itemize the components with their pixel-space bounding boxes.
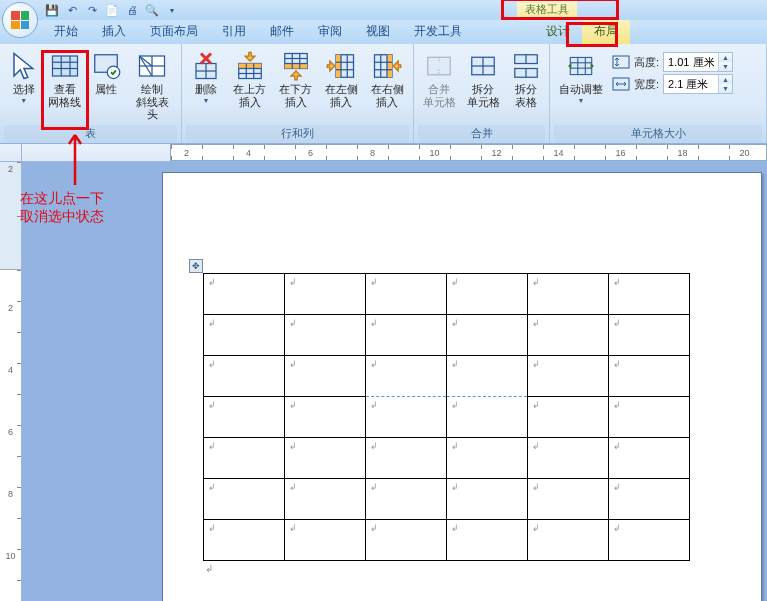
insert-right-button[interactable]: 在右侧 插入 — [365, 48, 409, 111]
draw-diagonal-button[interactable]: 绘制 斜线表头 — [128, 48, 177, 124]
table-cell[interactable] — [204, 520, 285, 561]
table-cell[interactable] — [528, 356, 609, 397]
table-cell[interactable] — [366, 274, 447, 315]
table-cell[interactable] — [204, 438, 285, 479]
spinner-down-icon[interactable]: ▼ — [719, 62, 732, 71]
table-cell[interactable] — [609, 315, 690, 356]
qat-dropdown-icon[interactable]: ▾ — [163, 1, 181, 19]
group-cell-size: 自动调整 ▼ 高度: ▲▼ 宽度: ▲▼ — [550, 44, 767, 143]
autofit-icon — [566, 51, 596, 81]
table-cell[interactable] — [528, 315, 609, 356]
table-cell[interactable] — [366, 438, 447, 479]
table-cell[interactable] — [285, 397, 366, 438]
table-cell[interactable] — [285, 274, 366, 315]
spinner-up-icon[interactable]: ▲ — [719, 53, 732, 62]
table-cell[interactable] — [528, 397, 609, 438]
table-cell[interactable] — [447, 520, 528, 561]
table-cell[interactable] — [366, 356, 447, 397]
table-cell[interactable] — [285, 356, 366, 397]
table-cell[interactable] — [609, 438, 690, 479]
tab-start[interactable]: 开始 — [42, 20, 90, 44]
table-cell[interactable] — [447, 479, 528, 520]
table-cell[interactable] — [528, 520, 609, 561]
width-spinner[interactable]: ▲▼ — [663, 74, 733, 94]
delete-button[interactable]: 删除 ▼ — [186, 48, 226, 107]
table-cell[interactable] — [447, 438, 528, 479]
select-button[interactable]: 选择 ▼ — [4, 48, 43, 107]
tab-design[interactable]: 设计 — [534, 20, 582, 44]
table-cell[interactable] — [366, 315, 447, 356]
table-cell[interactable] — [204, 315, 285, 356]
split-table-button[interactable]: 拆分 表格 — [507, 48, 545, 111]
print-icon[interactable]: 🖨 — [123, 1, 141, 19]
office-button[interactable] — [0, 0, 40, 40]
insert-left-button[interactable]: 在左侧 插入 — [319, 48, 363, 111]
table-row — [204, 520, 690, 561]
table-cell[interactable] — [528, 438, 609, 479]
tab-developer[interactable]: 开发工具 — [402, 20, 474, 44]
tab-references[interactable]: 引用 — [210, 20, 258, 44]
table-cell[interactable] — [609, 397, 690, 438]
table-cell[interactable] — [447, 315, 528, 356]
page[interactable]: ✥ ↲ — [162, 172, 762, 601]
table-cell[interactable] — [447, 356, 528, 397]
table-cell[interactable] — [528, 479, 609, 520]
table-move-handle[interactable]: ✥ — [189, 259, 203, 273]
tab-insert[interactable]: 插入 — [90, 20, 138, 44]
height-spinner[interactable]: ▲▼ — [663, 52, 733, 72]
spinner-down-icon[interactable]: ▼ — [719, 84, 732, 93]
table-cell[interactable] — [204, 479, 285, 520]
table-cell[interactable] — [366, 520, 447, 561]
chevron-down-icon: ▼ — [202, 97, 209, 104]
table-cell[interactable] — [204, 397, 285, 438]
ribbon: 选择 ▼ 查看 网格线 属性 绘制 斜线表头 表 删除 ▼ — [0, 44, 767, 144]
table-cell[interactable] — [366, 479, 447, 520]
split-cells-button[interactable]: 拆分 单元格 — [462, 48, 504, 111]
table-cell[interactable] — [609, 274, 690, 315]
table-cell[interactable] — [285, 315, 366, 356]
table-cell[interactable] — [609, 520, 690, 561]
table-cell[interactable] — [366, 397, 447, 438]
table-cell[interactable] — [609, 356, 690, 397]
undo-icon[interactable]: ↶ — [63, 1, 81, 19]
table-cell[interactable] — [285, 438, 366, 479]
redo-icon[interactable]: ↷ — [83, 1, 101, 19]
table-cell[interactable] — [609, 479, 690, 520]
tab-layout[interactable]: 布局 — [582, 20, 630, 44]
merge-cells-button[interactable]: 合并 单元格 — [418, 48, 460, 111]
table-cell[interactable] — [285, 479, 366, 520]
table-cell[interactable] — [447, 397, 528, 438]
insert-below-icon — [281, 51, 311, 81]
tab-mailings[interactable]: 邮件 — [258, 20, 306, 44]
save-icon[interactable]: 💾 — [43, 1, 61, 19]
table-cell[interactable] — [528, 274, 609, 315]
tab-view[interactable]: 视图 — [354, 20, 402, 44]
width-input[interactable] — [664, 75, 718, 93]
table-cell[interactable] — [204, 274, 285, 315]
tab-review[interactable]: 审阅 — [306, 20, 354, 44]
document-table[interactable] — [203, 273, 690, 561]
row-height-icon — [612, 55, 630, 69]
merge-cells-icon — [424, 51, 454, 81]
spinner-up-icon[interactable]: ▲ — [719, 75, 732, 84]
title-bar: 💾 ↶ ↷ 📄 🖨 🔍 ▾ 表格工具 — [0, 0, 767, 20]
vertical-ruler[interactable]: 2 24681012 — [0, 162, 22, 601]
insert-above-button[interactable]: 在上方 插入 — [228, 48, 272, 111]
table-cell[interactable] — [285, 520, 366, 561]
width-label: 宽度: — [634, 77, 659, 92]
insert-below-button[interactable]: 在下方 插入 — [274, 48, 318, 111]
svg-rect-28 — [336, 55, 341, 78]
table-row — [204, 274, 690, 315]
table-cell[interactable] — [447, 274, 528, 315]
print-preview-icon[interactable]: 🔍 — [143, 1, 161, 19]
properties-icon — [91, 51, 121, 81]
tab-page-layout[interactable]: 页面布局 — [138, 20, 210, 44]
height-input[interactable] — [664, 53, 718, 71]
horizontal-ruler[interactable]: 2468101214161820 — [22, 144, 767, 162]
autofit-button[interactable]: 自动调整 ▼ — [554, 48, 608, 107]
table-cell[interactable] — [204, 356, 285, 397]
properties-button[interactable]: 属性 — [87, 48, 126, 99]
view-gridlines-button[interactable]: 查看 网格线 — [45, 48, 84, 111]
table-row — [204, 397, 690, 438]
new-doc-icon[interactable]: 📄 — [103, 1, 121, 19]
